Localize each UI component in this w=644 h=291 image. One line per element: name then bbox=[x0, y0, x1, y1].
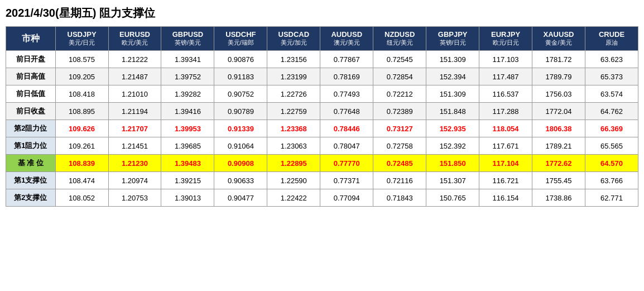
cell-value: 1.23368 bbox=[267, 120, 320, 137]
header-cell-usdjpy: USDJPY美元/日元 bbox=[55, 27, 108, 51]
cell-value: 0.90477 bbox=[214, 189, 267, 207]
table-row: 前日高值109.2051.214871.397520.911831.231990… bbox=[6, 68, 638, 85]
header-cell-usdcad: USDCAD美元/加元 bbox=[267, 27, 320, 51]
table-row: 第2阻力位109.6261.217071.399530.913391.23368… bbox=[6, 120, 638, 137]
header-cell-gbpusd: GBPUSD英镑/美元 bbox=[161, 27, 214, 51]
row-label: 基 准 位 bbox=[6, 155, 56, 172]
cell-value: 66.369 bbox=[585, 120, 638, 137]
cell-value: 152.392 bbox=[426, 137, 479, 155]
cell-value: 0.72758 bbox=[373, 137, 426, 155]
cell-value: 1.21194 bbox=[108, 103, 161, 120]
row-label: 前日高值 bbox=[6, 68, 56, 85]
cell-value: 1806.38 bbox=[532, 120, 585, 137]
cell-value: 1.39685 bbox=[161, 137, 214, 155]
cell-value: 62.771 bbox=[585, 189, 638, 207]
cell-value: 1781.72 bbox=[532, 51, 585, 68]
table-row: 前日收盘108.8951.211941.394160.907891.227590… bbox=[6, 103, 638, 120]
cell-value: 1.22895 bbox=[267, 155, 320, 172]
cell-value: 0.72485 bbox=[373, 155, 426, 172]
cell-value: 1.22422 bbox=[267, 189, 320, 207]
header-cell-eurusd: EURUSD欧元/美元 bbox=[108, 27, 161, 51]
cell-value: 63.623 bbox=[585, 51, 638, 68]
cell-value: 1.21487 bbox=[108, 68, 161, 85]
cell-value: 108.418 bbox=[55, 85, 108, 103]
cell-value: 116.154 bbox=[479, 189, 532, 207]
row-label: 第1支撑位 bbox=[6, 172, 56, 189]
header-cell-crude: CRUDE原油 bbox=[585, 27, 638, 51]
row-label: 前日收盘 bbox=[6, 103, 56, 120]
cell-value: 0.72545 bbox=[373, 51, 426, 68]
cell-value: 0.77648 bbox=[320, 103, 373, 120]
cell-value: 152.935 bbox=[426, 120, 479, 137]
data-table: 市种USDJPY美元/日元EURUSD欧元/美元GBPUSD英镑/美元USDCH… bbox=[6, 26, 638, 207]
cell-value: 63.766 bbox=[585, 172, 638, 189]
cell-value: 117.103 bbox=[479, 51, 532, 68]
cell-value: 1.39013 bbox=[161, 189, 214, 207]
header-cell-gbpjpy: GBPJPY英镑/日元 bbox=[426, 27, 479, 51]
row-label: 第1阻力位 bbox=[6, 137, 56, 155]
cell-value: 1.39953 bbox=[161, 120, 214, 137]
cell-value: 0.77770 bbox=[320, 155, 373, 172]
cell-value: 0.72116 bbox=[373, 172, 426, 189]
cell-value: 1.39341 bbox=[161, 51, 214, 68]
cell-value: 108.575 bbox=[55, 51, 108, 68]
cell-value: 65.565 bbox=[585, 137, 638, 155]
cell-value: 0.78169 bbox=[320, 68, 373, 85]
cell-value: 64.762 bbox=[585, 103, 638, 120]
cell-value: 0.77493 bbox=[320, 85, 373, 103]
page-title: 2021/4/30(星期五) 阻力支撑位 bbox=[6, 6, 638, 21]
cell-value: 1755.45 bbox=[532, 172, 585, 189]
cell-value: 1738.86 bbox=[532, 189, 585, 207]
cell-value: 117.288 bbox=[479, 103, 532, 120]
cell-value: 117.671 bbox=[479, 137, 532, 155]
cell-value: 0.78047 bbox=[320, 137, 373, 155]
cell-value: 109.261 bbox=[55, 137, 108, 155]
cell-value: 151.309 bbox=[426, 51, 479, 68]
cell-value: 1.21222 bbox=[108, 51, 161, 68]
cell-value: 0.90789 bbox=[214, 103, 267, 120]
table-row: 前日低值108.4181.210101.392820.907521.227260… bbox=[6, 85, 638, 103]
cell-value: 1.39282 bbox=[161, 85, 214, 103]
cell-value: 0.90908 bbox=[214, 155, 267, 172]
table-row: 基 准 位108.8391.212301.394830.909081.22895… bbox=[6, 155, 638, 172]
cell-value: 116.721 bbox=[479, 172, 532, 189]
cell-value: 1.23063 bbox=[267, 137, 320, 155]
cell-value: 1789.79 bbox=[532, 68, 585, 85]
cell-value: 0.73127 bbox=[373, 120, 426, 137]
cell-value: 1.20753 bbox=[108, 189, 161, 207]
cell-value: 1789.21 bbox=[532, 137, 585, 155]
cell-value: 0.91064 bbox=[214, 137, 267, 155]
cell-value: 63.574 bbox=[585, 85, 638, 103]
table-row: 第1阻力位109.2611.214511.396850.910641.23063… bbox=[6, 137, 638, 155]
cell-value: 0.72389 bbox=[373, 103, 426, 120]
cell-value: 150.765 bbox=[426, 189, 479, 207]
row-label: 第2支撑位 bbox=[6, 189, 56, 207]
cell-value: 1.39416 bbox=[161, 103, 214, 120]
row-label: 前日开盘 bbox=[6, 51, 56, 68]
cell-value: 0.77371 bbox=[320, 172, 373, 189]
cell-value: 1.21230 bbox=[108, 155, 161, 172]
cell-value: 151.850 bbox=[426, 155, 479, 172]
cell-value: 117.487 bbox=[479, 68, 532, 85]
cell-value: 109.626 bbox=[55, 120, 108, 137]
header-cell-eurjpy: EURJPY欧元/日元 bbox=[479, 27, 532, 51]
cell-value: 151.309 bbox=[426, 85, 479, 103]
cell-value: 1.22590 bbox=[267, 172, 320, 189]
cell-value: 65.373 bbox=[585, 68, 638, 85]
table-row: 前日开盘108.5751.212221.393410.908761.231560… bbox=[6, 51, 638, 68]
cell-value: 109.205 bbox=[55, 68, 108, 85]
cell-value: 1.22726 bbox=[267, 85, 320, 103]
cell-value: 1.39752 bbox=[161, 68, 214, 85]
cell-value: 108.052 bbox=[55, 189, 108, 207]
cell-value: 117.104 bbox=[479, 155, 532, 172]
cell-value: 0.71843 bbox=[373, 189, 426, 207]
cell-value: 1.39215 bbox=[161, 172, 214, 189]
header-cell-xauusd: XAUUSD黄金/美元 bbox=[532, 27, 585, 51]
cell-value: 0.90752 bbox=[214, 85, 267, 103]
cell-value: 116.537 bbox=[479, 85, 532, 103]
cell-value: 108.895 bbox=[55, 103, 108, 120]
cell-value: 151.307 bbox=[426, 172, 479, 189]
cell-value: 151.848 bbox=[426, 103, 479, 120]
cell-value: 1.23199 bbox=[267, 68, 320, 85]
header-cell-label: 市种 bbox=[6, 27, 56, 51]
